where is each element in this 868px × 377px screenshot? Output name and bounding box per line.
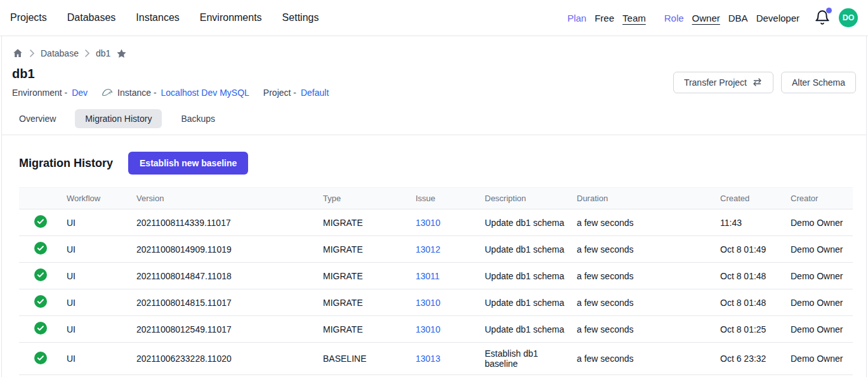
home-icon[interactable] [12, 48, 23, 59]
issue-link[interactable]: 13012 [416, 244, 440, 255]
cell-created: Oct 6 23:32 [715, 343, 786, 375]
cell-version: 20211008114339.11017 [131, 209, 318, 236]
database-meta: Environment - Dev Instance - Localhost D… [12, 88, 329, 98]
mysql-dolphin-icon [102, 88, 113, 98]
cell-workflow: UI [62, 289, 131, 316]
top-navigation-bar: Projects Databases Instances Environment… [0, 0, 868, 36]
col-issue: Issue [411, 188, 480, 209]
tab-migration-history[interactable]: Migration History [75, 109, 162, 128]
star-icon[interactable] [116, 48, 127, 59]
table-row[interactable]: UI 20211008014815.11017 MIGRATE 13010 Up… [19, 289, 853, 316]
project-label: Project - [263, 88, 296, 98]
cell-description: Establish db1 baseline [480, 343, 572, 375]
cell-version: 20211008012549.11017 [131, 316, 318, 343]
project-link[interactable]: Default [301, 88, 329, 98]
cell-type: BASELINE [318, 343, 411, 375]
header-actions: Transfer Project Alter Schema [673, 72, 856, 93]
cell-description: Update db1 schema [480, 236, 572, 263]
instance-link[interactable]: Localhost Dev MySQL [161, 88, 249, 98]
issue-link[interactable]: 13011 [416, 271, 440, 281]
cell-duration: a few seconds [572, 316, 715, 343]
establish-baseline-button[interactable]: Establish new baseline [128, 152, 248, 175]
role-option-dba[interactable]: DBA [728, 13, 748, 23]
breadcrumb-item-database[interactable]: Database [41, 48, 79, 58]
nav-item-instances[interactable]: Instances [136, 12, 179, 23]
cell-duration: a few seconds [572, 289, 715, 316]
role-option-owner[interactable]: Owner [692, 13, 720, 23]
cell-duration: a few seconds [572, 343, 715, 375]
cell-creator: Demo Owner [786, 343, 853, 375]
nav-item-projects[interactable]: Projects [10, 12, 47, 23]
cell-created: Oct 8 01:48 [715, 263, 786, 289]
cell-type: MIGRATE [318, 263, 411, 289]
notification-dot [826, 8, 832, 13]
tab-backups[interactable]: Backups [181, 109, 215, 128]
cell-creator: Demo Owner [786, 236, 853, 263]
col-duration: Duration [572, 188, 715, 209]
breadcrumb-item-db1[interactable]: db1 [96, 48, 110, 58]
issue-link[interactable]: 13010 [416, 298, 440, 308]
table-row[interactable]: UI 20211008012549.11017 MIGRATE 13010 Up… [19, 316, 853, 343]
check-circle-icon [34, 268, 47, 281]
migration-history-table: Workflow Version Type Issue Description … [19, 187, 853, 375]
avatar[interactable]: DO [839, 8, 858, 27]
transfer-project-button[interactable]: Transfer Project [673, 72, 773, 93]
table-row[interactable]: UI 20211008014847.11018 MIGRATE 13011 Up… [19, 263, 853, 289]
instance-label: Instance - [117, 88, 156, 98]
cell-version: 20211008014847.11018 [131, 263, 318, 289]
cell-creator: Demo Owner [786, 209, 853, 236]
tab-overview[interactable]: Overview [19, 109, 56, 128]
notification-bell-button[interactable] [814, 10, 831, 26]
issue-link[interactable]: 13010 [416, 218, 440, 228]
issue-link[interactable]: 13013 [416, 354, 440, 364]
alter-schema-label: Alter Schema [792, 77, 845, 88]
alter-schema-button[interactable]: Alter Schema [781, 72, 856, 93]
cell-duration: a few seconds [572, 263, 715, 289]
cell-workflow: UI [62, 236, 131, 263]
cell-workflow: UI [62, 343, 131, 375]
check-circle-icon [34, 242, 47, 255]
transfer-project-label: Transfer Project [684, 77, 747, 88]
col-description: Description [480, 188, 572, 209]
cell-creator: Demo Owner [786, 263, 853, 289]
col-version: Version [131, 188, 318, 209]
cell-type: MIGRATE [318, 316, 411, 343]
col-workflow: Workflow [62, 188, 131, 209]
cell-duration: a few seconds [572, 209, 715, 236]
database-header-left: db1 Environment - Dev Instance - Localho… [12, 67, 329, 98]
nav-item-environments[interactable]: Environments [200, 12, 262, 23]
cell-creator: Demo Owner [786, 289, 853, 316]
plan-option-free[interactable]: Free [595, 13, 614, 23]
check-circle-icon [34, 295, 47, 308]
section-title: Migration History [19, 157, 113, 170]
role-label: Role [664, 13, 684, 23]
cell-description: Update db1 schema [480, 209, 572, 236]
chevron-right-icon [84, 50, 90, 57]
nav-item-databases[interactable]: Databases [67, 12, 116, 23]
cell-workflow: UI [62, 209, 131, 236]
chevron-right-icon [29, 50, 35, 57]
table-row[interactable]: UI 20211006233228.11020 BASELINE 13013 E… [19, 343, 853, 375]
role-option-developer[interactable]: Developer [756, 13, 799, 23]
cell-created: Oct 8 01:25 [715, 316, 786, 343]
cell-type: MIGRATE [318, 209, 411, 236]
database-header: db1 Environment - Dev Instance - Localho… [2, 59, 866, 98]
cell-created: Oct 8 01:48 [715, 289, 786, 316]
cell-description: Update db1 schema [480, 289, 572, 316]
nav-right-controls: Plan Free Team Role Owner DBA Developer … [567, 8, 858, 27]
cell-type: MIGRATE [318, 289, 411, 316]
nav-item-settings[interactable]: Settings [282, 12, 319, 23]
cell-created: 11:43 [715, 209, 786, 236]
cell-created: Oct 8 01:49 [715, 236, 786, 263]
database-tabs: Overview Migration History Backups [2, 98, 866, 135]
issue-link[interactable]: 13010 [416, 324, 440, 334]
table-row[interactable]: UI 20211008014909.11019 MIGRATE 13012 Up… [19, 236, 853, 263]
cell-duration: a few seconds [572, 236, 715, 263]
cell-version: 20211008014815.11017 [131, 289, 318, 316]
environment-link[interactable]: Dev [72, 88, 88, 98]
cell-workflow: UI [62, 316, 131, 343]
check-circle-icon [34, 352, 47, 364]
main-nav: Projects Databases Instances Environment… [10, 12, 319, 23]
plan-option-team[interactable]: Team [622, 13, 646, 23]
table-row[interactable]: UI 20211008114339.11017 MIGRATE 13010 Up… [19, 209, 853, 236]
